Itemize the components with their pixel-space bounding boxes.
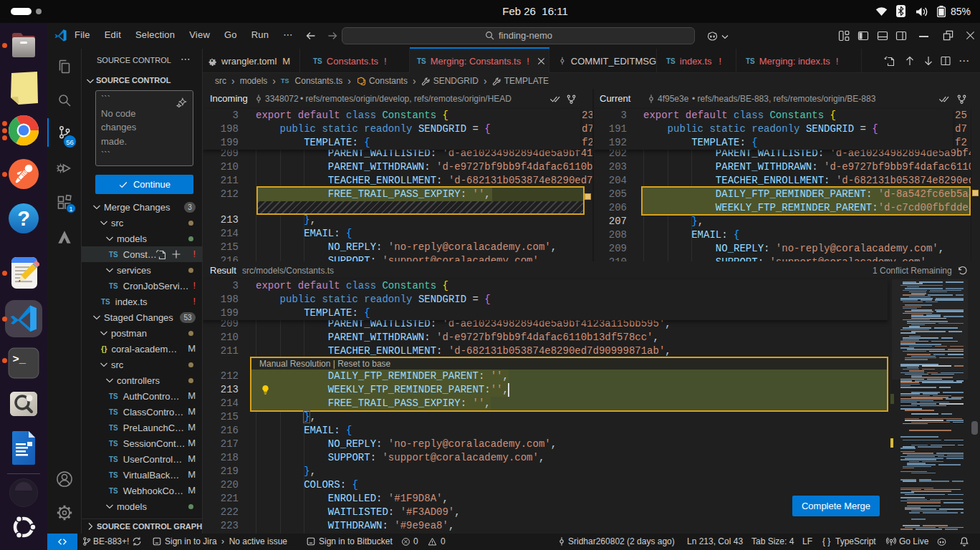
- svg-text:?: ?: [17, 207, 30, 230]
- svg-text:>_: >_: [13, 353, 27, 366]
